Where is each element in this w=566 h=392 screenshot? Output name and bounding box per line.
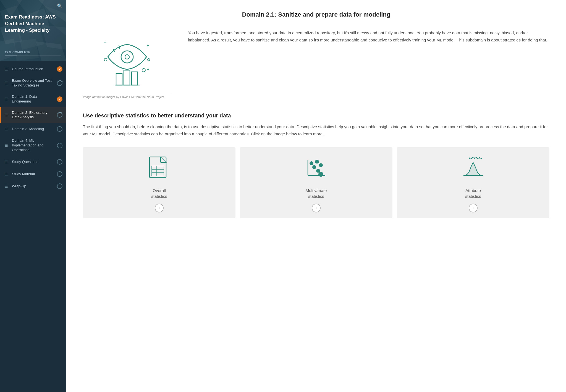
sidebar-title: Exam Readiness: AWS Certified Machine Le…: [5, 14, 61, 33]
overall-statistics-card[interactable]: Overallstatistics +: [83, 147, 235, 218]
svg-point-46: [472, 157, 474, 159]
status-incomplete-icon: [57, 171, 62, 177]
attribute-statistics-expand-button[interactable]: +: [469, 204, 478, 212]
sidebar-item-course-intro[interactable]: ☰ Course Introduction ✓: [0, 63, 66, 75]
status-loading-icon: [57, 80, 62, 86]
intro-text: You have ingested, transformed, and stor…: [188, 29, 549, 43]
multivariate-statistics-expand-button[interactable]: +: [312, 204, 321, 212]
sidebar-item-label: Study Questions: [12, 160, 54, 164]
sidebar-item-study-material[interactable]: ☰ Study Material: [0, 168, 66, 180]
sidebar-item-domain1[interactable]: ☰ Domain 1: Data Engineering ✓: [0, 91, 66, 107]
overall-statistics-icon: [147, 156, 172, 183]
multivariate-statistics-icon: [304, 156, 329, 183]
overall-statistics-expand-button[interactable]: +: [155, 204, 164, 212]
svg-point-50: [479, 157, 480, 159]
nav-items: ☰ Course Introduction ✓ ☰ Exam Overview …: [0, 61, 66, 392]
sidebar-progress: 22% COMPLETE: [5, 51, 61, 56]
svg-point-38: [312, 165, 316, 169]
hamburger-icon: ☰: [5, 67, 9, 71]
sidebar-item-label: Study Material: [12, 172, 54, 177]
svg-point-21: [142, 69, 145, 72]
sidebar-item-exam-overview[interactable]: ☰ Exam Overview and Test-Taking Strategi…: [0, 75, 66, 91]
svg-text:+: +: [146, 43, 150, 48]
svg-marker-10: [14, 39, 39, 61]
stats-section: Use descriptive statistics to better und…: [83, 112, 549, 218]
hamburger-icon: ☰: [5, 184, 9, 188]
intro-image: + + +: [86, 29, 169, 90]
sidebar-item-label: Domain 3: Modeling: [12, 127, 54, 131]
hamburger-icon: ☰: [5, 160, 9, 164]
progress-bar-bg: [5, 56, 61, 56]
svg-point-13: [125, 55, 129, 59]
sidebar-header: 🔍 Exam Readiness: AWS Certified Machine …: [0, 0, 66, 61]
hamburger-icon: ☰: [5, 113, 9, 117]
multivariate-statistics-label: Multivariatestatistics: [306, 188, 327, 199]
sidebar-item-domain4[interactable]: ☰ Domain 4: ML Implementation and Operat…: [0, 135, 66, 156]
svg-point-43: [318, 172, 323, 177]
cards-row: Overallstatistics +: [83, 147, 549, 218]
svg-point-51: [481, 158, 482, 159]
attribute-statistics-icon: [461, 156, 486, 183]
svg-point-36: [310, 161, 313, 165]
svg-point-37: [315, 160, 319, 164]
svg-point-45: [471, 158, 472, 159]
hamburger-icon: ☰: [5, 81, 9, 85]
hamburger-icon: ☰: [5, 143, 9, 148]
svg-point-47: [474, 158, 475, 159]
image-attribution: Image attribution insight by Edwin PM fr…: [83, 93, 171, 99]
svg-point-40: [316, 169, 320, 173]
sidebar-item-label: Course Introduction: [12, 67, 54, 72]
hamburger-icon: ☰: [5, 97, 9, 101]
svg-point-19: [104, 58, 107, 61]
sidebar: 🔍 Exam Readiness: AWS Certified Machine …: [0, 0, 66, 392]
status-incomplete-icon: [57, 126, 62, 132]
page-title: Domain 2.1: Sanitize and prepare data fo…: [83, 11, 549, 18]
sidebar-item-domain3[interactable]: ☰ Domain 3: Modeling: [0, 123, 66, 135]
intro-section: + + +: [83, 29, 549, 99]
svg-point-48: [476, 157, 477, 159]
progress-label: 22% COMPLETE: [5, 51, 61, 54]
sidebar-item-domain2[interactable]: ☰ Domain 2: Exploratory Data Analysis: [0, 107, 66, 123]
status-incomplete-icon: [57, 159, 62, 165]
stats-description: The first thing you should do, before cl…: [83, 123, 549, 137]
attribute-statistics-label: Attributestatistics: [465, 188, 481, 199]
intro-image-area: + + +: [83, 29, 171, 99]
sidebar-item-label: Domain 1: Data Engineering: [12, 94, 54, 104]
overall-statistics-label: Overallstatistics: [151, 188, 167, 199]
multivariate-statistics-card[interactable]: Multivariatestatistics +: [240, 147, 392, 218]
sidebar-item-label: Exam Overview and Test-Taking Strategies: [12, 78, 54, 88]
search-icon[interactable]: 🔍: [57, 3, 62, 9]
sidebar-item-label: Domain 4: ML Implementation and Operatio…: [12, 138, 54, 152]
sidebar-item-label: Domain 2: Exploratory Data Analysis: [12, 111, 54, 120]
status-loading-icon: [57, 112, 62, 118]
intro-illustration: + + +: [88, 32, 166, 87]
svg-rect-23: [124, 70, 130, 85]
sidebar-item-wrap-up[interactable]: ☰ Wrap-Up: [0, 180, 66, 192]
svg-rect-22: [116, 73, 122, 85]
svg-point-12: [121, 51, 133, 63]
status-incomplete-icon: [57, 183, 62, 189]
status-incomplete-icon: [57, 143, 62, 148]
svg-rect-24: [132, 72, 138, 85]
status-complete-icon: ✓: [57, 96, 62, 102]
sidebar-item-study-questions[interactable]: ☰ Study Questions: [0, 156, 66, 168]
svg-point-52: [469, 158, 470, 159]
hamburger-icon: ☰: [5, 127, 9, 131]
attribute-statistics-card[interactable]: Attributestatistics +: [397, 147, 549, 218]
svg-point-39: [319, 163, 323, 167]
progress-bar-fill: [5, 56, 17, 56]
main-content: Domain 2.1: Sanitize and prepare data fo…: [66, 0, 566, 392]
svg-text:+: +: [104, 40, 107, 46]
svg-point-20: [148, 59, 150, 61]
sidebar-item-label: Wrap-Up: [12, 184, 54, 189]
svg-text:+: +: [147, 67, 149, 72]
stats-heading: Use descriptive statistics to better und…: [83, 112, 549, 119]
hamburger-icon: ☰: [5, 172, 9, 176]
status-complete-icon: ✓: [57, 66, 62, 72]
svg-point-49: [477, 158, 479, 159]
